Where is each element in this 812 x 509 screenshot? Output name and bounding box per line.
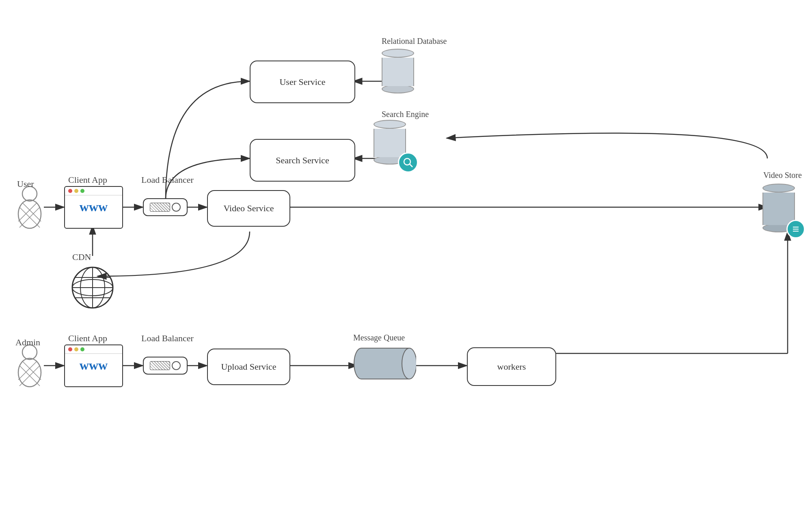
svg-point-43: [402, 348, 416, 379]
upload-service-box: Upload Service: [207, 349, 290, 385]
svg-point-34: [18, 358, 41, 387]
relational-db-cylinder: [382, 49, 414, 93]
user-person-icon: [15, 185, 44, 231]
workers-box: workers: [467, 347, 556, 386]
video-store-label: Video Store: [763, 171, 802, 180]
titlebar-2: [65, 345, 122, 354]
www-text-2: www: [65, 354, 122, 377]
load-balancer-box-1: [143, 198, 188, 216]
titlebar-1: [65, 187, 122, 195]
client-app-window-1: www: [64, 186, 123, 229]
dot-green-1: [80, 189, 84, 193]
search-icon-circle: [398, 152, 418, 173]
dot-green-2: [80, 347, 84, 351]
admin-person-icon: [15, 343, 44, 390]
diagram-container: User Client App www Load Balancer User S…: [0, 0, 812, 509]
lb-stripes-1: [150, 203, 170, 212]
cdn-label: CDN: [72, 252, 91, 262]
search-db-body: [374, 129, 406, 157]
svg-line-36: [23, 362, 41, 380]
video-service-box: Video Service: [207, 190, 290, 227]
list-icon-circle: [786, 220, 805, 238]
client-app-label-2: Client App: [68, 333, 107, 344]
vs-db-body: [762, 193, 795, 225]
user-label: User: [17, 179, 34, 189]
dot-red-1: [68, 189, 72, 193]
search-service-box: Search Service: [250, 139, 355, 182]
user-service-box: User Service: [250, 61, 355, 103]
svg-line-22: [410, 164, 412, 167]
upload-service-label: Upload Service: [221, 362, 276, 372]
db-body-1: [382, 58, 414, 86]
cdn-globe-icon: [68, 263, 117, 314]
user-service-label: User Service: [279, 77, 325, 87]
load-balancer-box-2: [143, 357, 188, 375]
load-balancer-label-2: Load Balancer: [141, 333, 194, 344]
svg-line-38: [18, 362, 37, 380]
svg-line-20: [18, 203, 37, 221]
client-app-label-1: Client App: [68, 175, 107, 185]
www-text-1: www: [65, 195, 122, 219]
search-engine-container: [374, 120, 406, 165]
search-service-label: Search Service: [276, 155, 329, 166]
load-balancer-label-1: Load Balancer: [141, 175, 194, 185]
list-icon: [790, 224, 801, 234]
client-app-window-2: www: [64, 344, 123, 387]
svg-line-18: [23, 203, 41, 221]
search-db-top: [374, 120, 406, 129]
message-queue-cylinder: [353, 345, 416, 383]
db-top-1: [382, 49, 414, 58]
dot-red-2: [68, 347, 72, 351]
workers-label: workers: [497, 362, 526, 372]
video-service-label: Video Service: [224, 203, 274, 214]
relational-db-label: Relational Database: [382, 37, 447, 46]
lb-stripes-2: [150, 361, 170, 370]
video-store-container: [762, 184, 795, 232]
search-icon: [402, 157, 414, 168]
lb-circle-2: [172, 361, 181, 370]
dot-yellow-2: [74, 347, 78, 351]
dot-yellow-1: [74, 189, 78, 193]
lb-circle-1: [172, 203, 181, 212]
svg-point-21: [404, 158, 410, 165]
svg-point-16: [18, 200, 41, 228]
admin-label: Admin: [15, 337, 40, 348]
message-queue-label: Message Queue: [353, 333, 405, 342]
search-engine-label: Search Engine: [382, 110, 429, 119]
vs-db-top: [762, 184, 795, 193]
